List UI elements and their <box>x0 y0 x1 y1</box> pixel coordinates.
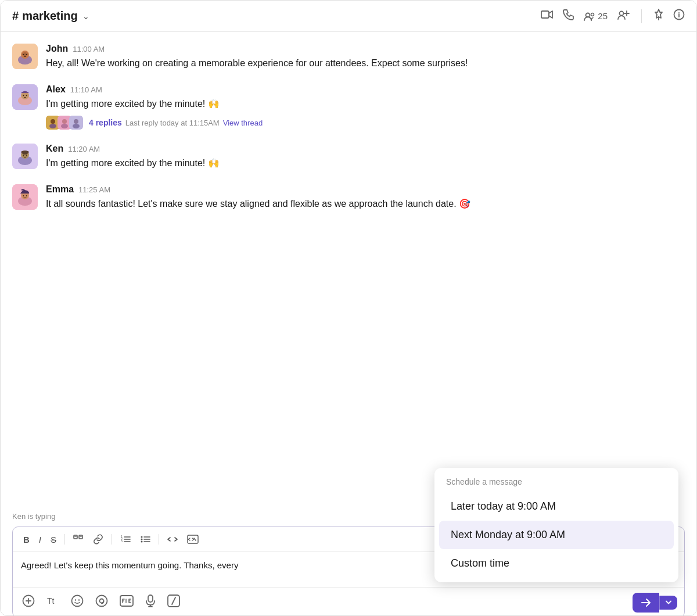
message-text-alex: I'm getting more excited by the minute! … <box>46 97 685 111</box>
thread-row[interactable]: 4 replies Last reply today at 11:15AM Vi… <box>46 116 685 130</box>
message-content-john: John 11:00 AM Hey, all! We're working on… <box>46 44 685 70</box>
schedule-dropdown-title: Schedule a message <box>434 472 678 492</box>
svg-point-24 <box>61 124 68 128</box>
message-time-alex: 11:10 AM <box>70 85 102 94</box>
svg-point-12 <box>23 54 24 55</box>
code-block-button[interactable] <box>184 532 202 546</box>
header: # marketing ⌄ 25 <box>1 1 696 32</box>
phone-icon[interactable] <box>563 9 574 23</box>
send-dropdown-button[interactable] <box>659 596 677 610</box>
message-time-emma: 11:25 AM <box>78 185 110 194</box>
add-button[interactable] <box>20 592 37 613</box>
svg-rect-64 <box>148 595 153 602</box>
ordered-list-button[interactable]: 1 2 3 <box>117 532 134 546</box>
message-john: John 11:00 AM Hey, all! We're working on… <box>12 44 685 70</box>
unordered-list-button[interactable] <box>136 532 154 546</box>
members-count[interactable]: 25 <box>584 11 608 21</box>
send-button[interactable] <box>633 593 659 613</box>
svg-rect-39 <box>79 535 82 539</box>
message-header-ken: Ken 11:20 AM <box>46 144 685 154</box>
link-button[interactable] <box>89 532 107 547</box>
add-member-icon[interactable] <box>617 9 630 23</box>
view-thread-link[interactable]: View thread <box>223 119 263 127</box>
thread-avatars <box>46 116 83 130</box>
compose-footer-left: Tt <box>20 592 182 613</box>
message-header-alex: Alex 11:10 AM <box>46 84 685 95</box>
svg-point-46 <box>141 536 143 538</box>
pin-icon[interactable] <box>653 9 664 23</box>
svg-point-58 <box>72 596 83 607</box>
hash-symbol: # <box>12 9 19 23</box>
svg-point-26 <box>74 119 78 124</box>
code-button[interactable] <box>164 532 181 546</box>
message-content-alex: Alex 11:10 AM I'm getting more excited b… <box>46 84 685 130</box>
svg-point-48 <box>141 541 143 543</box>
mention-button[interactable] <box>93 592 110 613</box>
toolbar-divider-3 <box>159 534 159 545</box>
message-text-emma: It all sounds fantastic! Let's make sure… <box>46 197 685 211</box>
svg-point-13 <box>26 54 27 55</box>
message-alex: Alex 11:10 AM I'm getting more excited b… <box>12 84 685 130</box>
quote-button[interactable] <box>70 532 87 546</box>
message-content-emma: Emma 11:25 AM It all sounds fantastic! L… <box>46 184 685 211</box>
svg-point-21 <box>49 124 56 128</box>
svg-point-3 <box>620 12 624 16</box>
toolbar-divider-1 <box>64 534 65 545</box>
message-author-alex: Alex <box>46 84 66 95</box>
mic-button[interactable] <box>143 592 158 613</box>
message-text-ken: I'm getting more excited by the minute! … <box>46 156 685 170</box>
schedule-option-later-today[interactable]: Later today at 9:00 AM <box>439 492 674 521</box>
messages-area: John 11:00 AM Hey, all! We're working on… <box>1 32 696 508</box>
svg-point-36 <box>23 195 24 196</box>
avatar-ken <box>12 144 38 169</box>
svg-point-62 <box>96 596 107 607</box>
avatar-alex <box>12 84 38 110</box>
message-content-ken: Ken 11:20 AM I'm getting more excited by… <box>46 144 685 170</box>
svg-point-31 <box>23 155 24 156</box>
svg-point-32 <box>26 155 27 156</box>
svg-point-11 <box>22 52 28 56</box>
svg-point-60 <box>78 599 80 600</box>
member-count-label: 25 <box>598 11 608 21</box>
svg-point-17 <box>23 95 24 96</box>
text-format-button[interactable]: Tt <box>44 593 62 611</box>
message-author-emma: Emma <box>46 184 74 195</box>
italic-button[interactable]: I <box>35 532 45 547</box>
svg-point-23 <box>62 119 67 124</box>
message-time-ken: 11:20 AM <box>68 145 100 153</box>
svg-point-59 <box>75 599 76 600</box>
channel-name: marketing <box>22 9 78 23</box>
video-icon[interactable] <box>541 9 554 23</box>
toolbar-divider-2 <box>112 534 112 545</box>
message-author-john: John <box>46 44 68 54</box>
svg-point-7 <box>678 12 680 13</box>
schedule-option-next-monday[interactable]: Next Monday at 9:00 AM <box>439 521 674 549</box>
message-ken: Ken 11:20 AM I'm getting more excited by… <box>12 144 685 170</box>
message-header-john: John 11:00 AM <box>46 44 685 54</box>
schedule-option-custom-time[interactable]: Custom time <box>439 549 674 578</box>
svg-point-2 <box>591 13 594 16</box>
avatar-emma <box>12 184 38 210</box>
svg-point-47 <box>141 539 143 540</box>
info-icon[interactable] <box>673 9 685 23</box>
svg-point-27 <box>73 124 80 128</box>
replies-count[interactable]: 4 replies <box>89 118 122 127</box>
chevron-down-icon[interactable]: ⌄ <box>82 12 89 21</box>
message-header-emma: Emma 11:25 AM <box>46 184 685 195</box>
slash-button[interactable] <box>165 592 182 613</box>
message-emma: Emma 11:25 AM It all sounds fantastic! L… <box>12 184 685 211</box>
svg-point-37 <box>26 195 27 196</box>
message-author-ken: Ken <box>46 144 63 154</box>
svg-point-20 <box>51 119 55 124</box>
schedule-dropdown: Schedule a message Later today at 9:00 A… <box>434 468 678 582</box>
gif-button[interactable] <box>117 592 136 613</box>
svg-rect-0 <box>541 11 549 18</box>
avatar-john <box>12 44 38 69</box>
message-text-john: Hey, all! We're working on creating a me… <box>46 56 685 70</box>
strikethrough-button[interactable]: S <box>47 532 60 547</box>
header-left: # marketing ⌄ <box>12 9 89 23</box>
svg-point-18 <box>26 95 27 96</box>
bold-button[interactable]: B <box>20 532 33 547</box>
emoji-button[interactable] <box>69 592 86 613</box>
compose-area: B I S 1 2 3 <box>12 527 685 616</box>
